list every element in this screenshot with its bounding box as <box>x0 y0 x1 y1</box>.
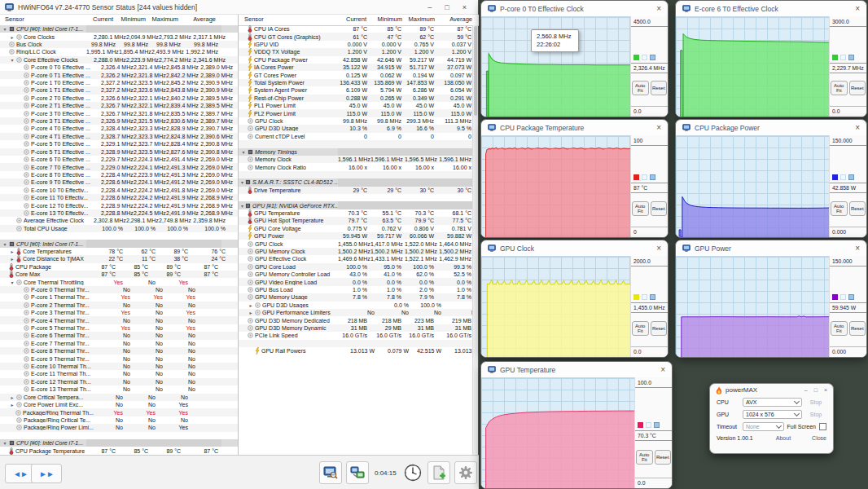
timeout-dropdown[interactable]: None <box>743 422 784 431</box>
chevron-expanded-icon[interactable]: ▾ <box>10 280 15 285</box>
series3-color-swatch[interactable] <box>650 294 655 300</box>
sensor-row[interactable]: Drive Temperature29 °C29 °C30 °C30 °C <box>239 187 474 194</box>
sensor-row[interactable]: System Agent Power6.109 W5.794 W6.286 W6… <box>239 86 474 94</box>
sensor-row[interactable]: E-core 10 Thermal Th...NoNoNo <box>0 363 238 370</box>
title-bar[interactable]: HWiNFO64 v7.24-4770 Sensor Status [244 v… <box>0 0 478 15</box>
sensor-row[interactable]: E-core 7 T0 Effective ...2,229.0 MHz2,22… <box>0 163 238 170</box>
sensor-row[interactable]: CPU IA Cores87 °C85 °C89 °C87 °C <box>239 25 474 33</box>
sensor-row[interactable]: Total System Power136.433 W135.869 W147.… <box>239 79 474 86</box>
clock-icon[interactable] <box>402 462 423 483</box>
series3-color-swatch[interactable] <box>848 294 854 300</box>
sensor-row[interactable]: P-core 2 T1 Effective ...2,326.7 MHz2,32… <box>0 102 238 109</box>
sensor-row[interactable]: CPU Package87 °C85 °C89 °C87 °C <box>0 263 238 271</box>
auto-fit-button[interactable]: Auto Fit <box>831 201 848 216</box>
sensor-row[interactable]: GPU Memory Usage7.8 %7.8 %7.9 %7.8 % <box>239 293 474 301</box>
graph-titlebar[interactable]: CPU Package Power× <box>676 120 866 135</box>
sensor-row[interactable]: Package/Ring Thermal Th...YesYesYes <box>0 408 238 416</box>
series-color-swatch[interactable] <box>633 174 639 180</box>
sensor-group-row[interactable]: ▾GPU [#1]: NVIDIA GeForce RTX... <box>239 201 474 209</box>
sensor-row[interactable]: P-core 2 T0 Effective ...2,326.6 MHz2,32… <box>0 95 238 102</box>
auto-fit-button[interactable]: Auto Fit <box>831 81 848 95</box>
chevron-expanded-icon[interactable]: ▾ <box>241 203 243 209</box>
sensor-row[interactable]: ▸Core Clocks2,280.1 MHz2,094.9 MHz2,793.… <box>0 33 238 40</box>
sensor-row[interactable]: ▸Core Distance to TjMAX22 °C11 °C38 °C24… <box>0 255 238 262</box>
sensor-row[interactable]: Current cTDP Level0000 <box>239 133 474 140</box>
series-color-swatch[interactable] <box>832 294 838 300</box>
sensor-row[interactable]: GPU D3D Memory Dynamic31 MB29 MB31 MB31 … <box>239 324 474 332</box>
sensor-row[interactable]: P-core 0 Thermal Thr...NoNoNo <box>0 286 238 293</box>
sensor-row[interactable]: E-core 8 T0 Effective ...2,228.4 MHz2,22… <box>0 171 238 178</box>
sensor-row[interactable]: E-core 9 T0 Effective ...2,228.6 MHz2,22… <box>0 178 238 186</box>
series-color-swatch[interactable] <box>633 55 639 60</box>
chevron-expanded-icon[interactable]: ▾ <box>10 57 15 63</box>
sensor-row[interactable]: P-core 0 T1 Effective ...2,326.2 MHz2,32… <box>0 71 238 78</box>
minimize-icon[interactable]: – <box>804 387 808 393</box>
sensor-row[interactable]: E-core 13 T0 Effectiv...2,228.8 MHz2,224… <box>0 209 238 217</box>
series-color-swatch[interactable] <box>832 174 838 180</box>
sensor-row[interactable]: Memory Clock1,596.1 MHz1,596.1 MHz1,596.… <box>239 156 474 163</box>
graph-titlebar[interactable]: CPU Package Temperature× <box>481 120 668 135</box>
sensor-row[interactable]: Package/Ring Power Limi...NoNoYes <box>0 424 238 431</box>
auto-fit-button[interactable]: Auto Fit <box>636 450 653 465</box>
sensor-row[interactable]: E-core 7 Thermal Thr...NoNoNo <box>0 340 238 347</box>
close-icon[interactable]: × <box>855 4 860 13</box>
sensor-row[interactable]: P-core 3 T0 Effective ...2,326.7 MHz2,32… <box>0 109 238 117</box>
sensor-row[interactable]: P-core 3 Thermal Thr...YesNoYes <box>0 309 238 316</box>
sensor-row[interactable]: GT Cores Power0.125 W0.062 W0.194 W0.097… <box>239 71 474 78</box>
sensor-row[interactable]: PL1 Power Limit45.0 W45.0 W45.0 W45.0 W <box>239 102 474 109</box>
chevron-collapsed-icon[interactable]: ▸ <box>248 302 253 308</box>
sensor-row[interactable]: E-core 11 T0 Effectiv...2,228.6 MHz2,224… <box>0 194 238 201</box>
sensor-row[interactable]: Total CPU Usage100.0 %100.0 %100.0 %100.… <box>0 225 238 232</box>
sensor-group-row[interactable]: ▾CPU [#0]: Intel Core i7-1... <box>0 25 238 33</box>
graph-titlebar[interactable]: P-core 0 T0 Effective Clock× <box>481 1 668 16</box>
sensor-row[interactable]: E-core 12 T0 Effectiv...2,228.9 MHz2,224… <box>0 201 238 209</box>
sensor-row[interactable]: GPU Power59.945 W59.717 W60.066 W59.882 … <box>239 232 474 240</box>
sensor-row[interactable]: ▾Core Thermal ThrottlingYesNoYes <box>0 278 238 285</box>
sensor-row[interactable]: P-core 3 T1 Effective ...2,326.9 MHz2,32… <box>0 117 238 125</box>
graph-titlebar[interactable]: GPU Temperature× <box>481 362 672 377</box>
sensor-row[interactable]: E-core 8 Thermal Thr...NoNoNo <box>0 347 238 355</box>
sensor-row[interactable]: P-core 4 T1 Effective ...2,328.7 MHz2,32… <box>0 133 238 140</box>
sensor-row[interactable]: E-core 10 T0 Effectiv...2,228.4 MHz2,224… <box>0 187 238 194</box>
sensor-row[interactable]: GPU Memory Controller Load43.0 %41.0 %62… <box>239 271 474 278</box>
sensor-row[interactable]: P-core 5 T1 Effective ...2,328.9 MHz2,32… <box>0 148 238 156</box>
close-icon[interactable]: × <box>656 4 661 13</box>
series-color-swatch[interactable] <box>832 55 838 60</box>
sensor-row[interactable]: GPU Effective Clock1,469.6 MHz1,433.1 MH… <box>239 255 474 262</box>
sensor-row[interactable]: P-core 4 Thermal Thr...NoNoNo <box>0 316 238 324</box>
sensor-row[interactable]: GPU Video Engine Load0.0 %0.0 %0.0 %0.0 … <box>239 278 474 285</box>
graph-titlebar[interactable]: GPU Power× <box>676 240 866 256</box>
series3-color-swatch[interactable] <box>650 174 655 180</box>
series3-color-swatch[interactable] <box>848 174 854 180</box>
sensor-row[interactable]: iGPU VID0.000 V0.000 V0.765 V0.037 V <box>239 41 474 48</box>
sensor-row[interactable]: GPU D3D Memory Dedicated218 MB218 MB223 … <box>239 316 474 324</box>
chevron-expanded-icon[interactable]: ▾ <box>2 440 7 446</box>
powermax-titlebar[interactable]: powerMAX – □ × <box>710 384 833 396</box>
series3-color-swatch[interactable] <box>848 55 854 60</box>
sensor-row[interactable]: P-core 1 T0 Effective ...2,327.2 MHz2,32… <box>0 79 238 86</box>
chevron-expanded-icon[interactable]: ▾ <box>2 26 7 32</box>
sensor-row[interactable]: P-core 4 T0 Effective ...2,328.4 MHz2,32… <box>0 125 238 132</box>
reset-button[interactable]: Reset <box>849 81 866 95</box>
reset-button[interactable]: Reset <box>849 321 866 336</box>
series3-color-swatch[interactable] <box>650 55 655 60</box>
series2-color-swatch[interactable] <box>642 55 647 60</box>
series2-color-swatch[interactable] <box>840 174 846 180</box>
sensor-row[interactable]: GPU Core Load100.0 %95.0 %100.0 %99.3 % <box>239 263 474 271</box>
chevron-collapsed-icon[interactable]: ▸ <box>10 394 15 400</box>
close-icon[interactable]: × <box>656 123 661 132</box>
sensor-row[interactable]: CPU Package Power42.858 W42.646 W59.217 … <box>239 56 474 64</box>
cpu-stop-button[interactable]: Stop <box>805 399 826 405</box>
sensor-row[interactable]: ▸Core Critical Tempera...NoNoNo <box>0 394 238 401</box>
sensor-row[interactable]: P-core 5 Thermal Thr...YesNoYes <box>0 324 238 332</box>
close-icon[interactable]: × <box>855 244 860 253</box>
chevron-expanded-icon[interactable]: ▾ <box>2 241 7 247</box>
sensor-row[interactable]: GPU Clock1,455.0 MHz1,417.0 MHz1,522.0 M… <box>239 240 474 247</box>
sensor-row[interactable]: GPU Temperature70.3 °C55.1 °C70.3 °C68.1… <box>239 209 474 217</box>
graph-titlebar[interactable]: GPU Clock× <box>481 240 668 256</box>
chevron-collapsed-icon[interactable]: ▸ <box>248 310 253 315</box>
sensor-row[interactable]: E-core 6 Thermal Thr...NoNoNo <box>0 332 238 339</box>
sensor-row[interactable]: E-core 6 T0 Effective ...2,229.7 MHz2,22… <box>0 156 238 163</box>
sensor-row[interactable]: E-core 13 Thermal Th...NoNoNo <box>0 385 238 393</box>
auto-fit-button[interactable]: Auto Fit <box>831 321 848 336</box>
